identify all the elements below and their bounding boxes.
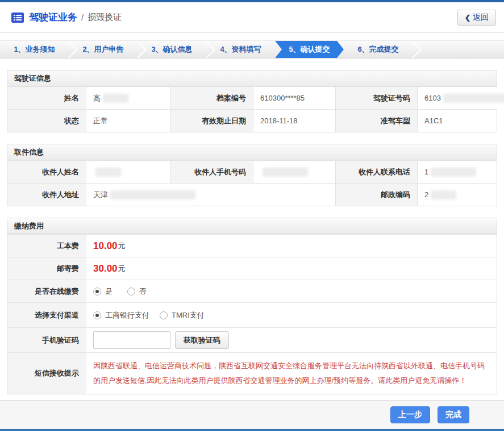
radio-online-yes[interactable]: 是 bbox=[93, 286, 113, 297]
status-label: 状态 bbox=[7, 110, 86, 132]
expiry-date-value: 2018-11-18 bbox=[253, 110, 335, 132]
production-fee-value: 10.00 元 bbox=[86, 235, 497, 257]
payment-channel-label: 选择支付渠道 bbox=[7, 303, 86, 327]
step-2-user-declaration: 2、用户申告 bbox=[69, 41, 138, 58]
license-number-label: 驾驶证号码 bbox=[335, 87, 417, 109]
table-row: 选择支付渠道 工商银行支付 TMRI支付 bbox=[7, 302, 497, 327]
payment-section: 缴纳费用 工本费 10.00 元 邮寄费 30.00 元 是否在线缴费 是 否 bbox=[7, 218, 497, 394]
breadcrumb-separator: / bbox=[81, 13, 84, 22]
sms-code-input[interactable] bbox=[93, 331, 170, 349]
redacted-blur bbox=[443, 94, 504, 103]
step-5-confirm-submit-active: 5、确认提交 bbox=[275, 41, 344, 58]
production-fee-label: 工本费 bbox=[7, 235, 86, 257]
radio-checked-icon[interactable] bbox=[93, 288, 101, 296]
radio-channel-tmri[interactable]: TMRI支付 bbox=[160, 310, 205, 321]
finish-button[interactable]: 完成 bbox=[438, 406, 469, 423]
online-payment-options: 是 否 bbox=[86, 280, 497, 302]
production-fee-amount: 10.00 bbox=[93, 240, 118, 252]
postage-fee-label: 邮寄费 bbox=[7, 257, 86, 280]
name-label: 姓名 bbox=[7, 87, 86, 109]
step-4-fill-materials: 4、资料填写 bbox=[206, 41, 275, 58]
sms-tip-label: 短信接收提示 bbox=[7, 353, 86, 394]
license-section-title: 驾驶证信息 bbox=[7, 70, 497, 86]
recipient-phone-label: 收件人联系电话 bbox=[335, 161, 417, 183]
redacted-blur bbox=[110, 190, 195, 199]
back-chevron-icon: ❮ bbox=[465, 14, 470, 22]
table-row: 是否在线缴费 是 否 bbox=[7, 280, 497, 302]
expiry-date-label: 有效期止日期 bbox=[170, 110, 253, 132]
payment-section-title: 缴纳费用 bbox=[7, 218, 497, 234]
radio-online-yes-label: 是 bbox=[105, 286, 113, 297]
bottom-gap bbox=[0, 431, 504, 434]
recipient-mobile-value bbox=[253, 161, 335, 183]
radio-online-no-label: 否 bbox=[139, 286, 147, 297]
table-row: 短信接收提示 因陕西省联通、电信运营商技术问题，陕西省互联网交通安全综合服务管理… bbox=[7, 352, 497, 394]
radio-unchecked-icon[interactable] bbox=[127, 288, 135, 296]
redacted-blur bbox=[431, 190, 456, 199]
recipient-address-label: 收件人地址 bbox=[7, 184, 86, 206]
sms-code-field: 获取验证码 bbox=[86, 328, 497, 352]
postage-fee-value: 30.00 元 bbox=[86, 257, 497, 280]
page-header: 驾驶证业务 / 损毁换证 ❮ 返回 bbox=[0, 2, 504, 33]
back-button-label: 返回 bbox=[473, 13, 489, 23]
name-value: 高 bbox=[86, 87, 170, 109]
file-number-value: 610300****85 bbox=[253, 87, 335, 109]
recipient-name-label: 收件人姓名 bbox=[7, 161, 86, 183]
recipient-mobile-label: 收件人手机号码 bbox=[170, 161, 253, 183]
table-row: 工本费 10.00 元 bbox=[7, 234, 497, 257]
vehicle-class-label: 准驾车型 bbox=[335, 110, 417, 132]
breadcrumb-current: 损毁换证 bbox=[88, 12, 122, 23]
file-number-label: 档案编号 bbox=[170, 87, 253, 109]
radio-checked-icon[interactable] bbox=[93, 311, 101, 319]
radio-unchecked-icon[interactable] bbox=[160, 311, 168, 319]
recipient-address-value: 天津 bbox=[86, 184, 335, 206]
recipient-name-value bbox=[86, 161, 170, 183]
radio-channel-icbc-label: 工商银行支付 bbox=[105, 310, 149, 321]
vehicle-class-value: A1C1 bbox=[417, 110, 497, 132]
pickup-info-section: 取件信息 收件人姓名 收件人手机号码 收件人联系电话 1 收件人地址 天津 邮政… bbox=[7, 144, 497, 206]
postage-fee-amount: 30.00 bbox=[93, 263, 118, 274]
table-row: 邮寄费 30.00 元 bbox=[7, 257, 497, 280]
table-row: 收件人地址 天津 邮政编码 2 bbox=[7, 183, 497, 206]
sms-code-label: 手机验证码 bbox=[7, 328, 86, 352]
step-6-finish-submit: 6、完成提交 bbox=[344, 41, 413, 58]
wizard-step-bar: 1、业务须知 2、用户申告 3、确认信息 4、资料填写 5、确认提交 6、完成提… bbox=[0, 40, 504, 59]
footer-action-bar: 上一步 完成 bbox=[0, 400, 504, 429]
postage-fee-unit: 元 bbox=[118, 264, 126, 274]
postal-code-value: 2 bbox=[417, 184, 497, 206]
radio-online-no[interactable]: 否 bbox=[127, 286, 147, 297]
get-sms-code-button[interactable]: 获取验证码 bbox=[175, 331, 229, 349]
status-value: 正常 bbox=[86, 110, 170, 132]
table-row: 手机验证码 获取验证码 bbox=[7, 327, 497, 352]
list-form-icon bbox=[11, 13, 24, 23]
redacted-blur bbox=[263, 168, 308, 177]
postal-code-label: 邮政编码 bbox=[335, 184, 417, 206]
pickup-section-title: 取件信息 bbox=[7, 144, 497, 160]
redacted-blur bbox=[95, 168, 121, 177]
redacted-blur bbox=[431, 168, 476, 177]
sms-tip-text: 因陕西省联通、电信运营商技术问题，陕西省互联网交通安全综合服务管理平台无法向持陕… bbox=[86, 353, 497, 394]
table-row: 收件人姓名 收件人手机号码 收件人联系电话 1 bbox=[7, 160, 497, 183]
page-title: 驾驶证业务 bbox=[29, 11, 77, 24]
step-1-business-notice: 1、业务须知 bbox=[0, 41, 69, 58]
step-3-confirm-info: 3、确认信息 bbox=[138, 41, 206, 58]
online-payment-label: 是否在线缴费 bbox=[7, 280, 86, 302]
table-row: 状态 正常 有效期止日期 2018-11-18 准驾车型 A1C1 bbox=[7, 109, 497, 132]
table-row: 姓名 高 档案编号 610300****85 驾驶证号码 6103 bbox=[7, 86, 497, 109]
back-button[interactable]: ❮ 返回 bbox=[457, 10, 496, 26]
radio-channel-tmri-label: TMRI支付 bbox=[172, 310, 205, 321]
payment-channel-options: 工商银行支付 TMRI支付 bbox=[86, 303, 497, 327]
redacted-blur bbox=[103, 94, 128, 103]
previous-step-button[interactable]: 上一步 bbox=[390, 406, 430, 423]
production-fee-unit: 元 bbox=[118, 241, 126, 251]
sms-tip-cell: 因陕西省联通、电信运营商技术问题，陕西省互联网交通安全综合服务管理平台无法向持陕… bbox=[86, 353, 497, 394]
recipient-phone-value: 1 bbox=[417, 161, 497, 183]
license-number-value: 6103 bbox=[417, 87, 504, 109]
license-info-section: 驾驶证信息 姓名 高 档案编号 610300****85 驾驶证号码 6103 … bbox=[7, 70, 497, 132]
radio-channel-icbc[interactable]: 工商银行支付 bbox=[93, 310, 149, 321]
